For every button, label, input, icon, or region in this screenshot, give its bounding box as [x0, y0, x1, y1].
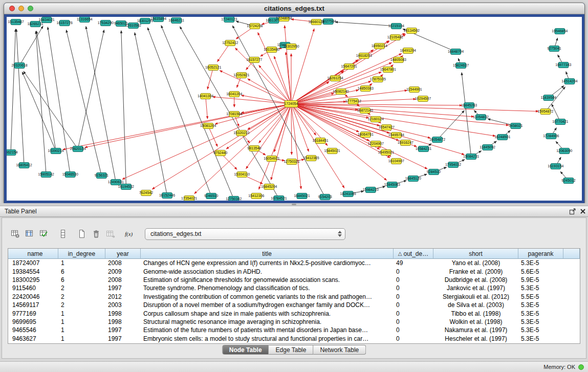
network-edge[interactable] [259, 104, 291, 189]
network-node[interactable]: 12750342 [226, 196, 242, 201]
table-row[interactable]: 946362711997Embryonic stem cells: a mode… [8, 335, 580, 343]
network-node[interactable]: 15184451 [312, 138, 328, 144]
column-header-short[interactable]: short [433, 249, 518, 259]
network-node[interactable]: 16845021 [294, 193, 310, 199]
table-row[interactable]: 1872400712008Changes of HCN gene express… [8, 259, 580, 267]
column-header-out-degree[interactable]: △ out_de… [394, 249, 433, 259]
network-node[interactable]: 10770421 [552, 119, 568, 125]
network-edge[interactable] [194, 104, 291, 193]
network-node[interactable]: 15954872 [537, 109, 553, 115]
network-node[interactable]: 15905142 [38, 172, 54, 178]
network-edge[interactable] [161, 26, 234, 199]
network-edge[interactable] [36, 31, 46, 174]
network-node[interactable]: 16052121 [205, 65, 221, 71]
network-node[interactable]: 9245012 [561, 178, 575, 184]
network-edge[interactable] [147, 28, 211, 196]
network-node[interactable]: 16152446 [159, 193, 175, 199]
network-node[interactable]: 9154203 [318, 194, 332, 200]
network-edge[interactable] [207, 68, 213, 89]
network-node[interactable]: 11054832 [473, 115, 489, 120]
network-edge[interactable] [86, 27, 116, 182]
network-node[interactable]: 18660128 [308, 19, 324, 25]
network-edge[interactable] [291, 104, 292, 155]
network-node[interactable]: 16157277 [246, 57, 262, 63]
network-node[interactable]: 16491204 [400, 48, 416, 54]
table-row[interactable]: 969969511998Structural magnetic resonanc… [8, 318, 580, 326]
network-edge[interactable] [16, 29, 24, 165]
network-node[interactable]: 17240123 [221, 17, 237, 23]
network-edge[interactable] [24, 71, 78, 149]
network-node[interactable]: 12215104 [388, 24, 404, 29]
network-node[interactable]: 10547427 [379, 125, 395, 130]
network-node[interactable]: 16848704 [448, 49, 464, 55]
network-node[interactable]: 12160124 [368, 117, 384, 122]
network-node[interactable]: 11544901 [406, 87, 422, 93]
network-node[interactable]: 16054872 [429, 137, 445, 143]
tab-edge-table[interactable]: Edge Table [269, 345, 314, 355]
split-pane-grip[interactable] [292, 204, 296, 205]
network-node[interactable]: 15495784 [388, 133, 404, 138]
network-edge[interactable] [66, 30, 101, 176]
network-node[interactable]: 17354021 [181, 196, 197, 201]
table-row[interactable]: 1456911722003Disruption of a novel membe… [8, 301, 580, 309]
new-table-icon[interactable] [75, 227, 89, 241]
network-node[interactable]: 17775412 [345, 99, 361, 104]
network-node[interactable]: 18265231 [28, 21, 43, 27]
minimize-window-button[interactable] [18, 6, 24, 11]
table-select-dropdown[interactable]: citations_edges.txt [145, 228, 345, 240]
network-node[interactable]: 10784521 [271, 196, 287, 201]
column-header-pagerank[interactable]: pagerank [518, 249, 563, 259]
network-node[interactable]: 16845263 [461, 103, 477, 108]
column-header-name[interactable]: name [8, 249, 58, 259]
table-row[interactable]: 1938455462009Genome-wide association stu… [8, 267, 580, 275]
network-edge[interactable] [23, 72, 56, 151]
network-node[interactable]: 16041204 [226, 92, 242, 97]
network-node[interactable]: 16104907 [388, 159, 404, 164]
network-node[interactable]: 9275041 [547, 46, 561, 52]
network-edge[interactable] [232, 26, 325, 197]
network-node[interactable]: 9458021 [509, 123, 522, 129]
network-node[interactable]: 12845063 [384, 182, 400, 188]
network-node[interactable]: 15495021 [378, 150, 394, 156]
network-node[interactable]: 16845120 [405, 176, 421, 182]
table-row[interactable]: 1830029562008Estimation of significance … [8, 276, 580, 284]
network-node[interactable]: 9862154 [7, 150, 18, 156]
edit-table-icon[interactable] [37, 227, 51, 241]
network-edge[interactable] [78, 30, 104, 149]
column-header-year[interactable]: year [105, 249, 141, 259]
network-edge[interactable] [291, 104, 495, 136]
network-edge[interactable] [152, 104, 291, 189]
network-node[interactable]: 9813540 [247, 146, 261, 151]
column-header-title[interactable]: title [141, 249, 394, 259]
network-node[interactable]: 17081504 [226, 112, 242, 117]
table-row[interactable]: 946554611997Estimation of the future num… [8, 326, 580, 334]
network-node[interactable]: 15724208 [247, 24, 263, 29]
network-window-titlebar[interactable]: citations_edges.txt [4, 3, 584, 14]
delete-table-icon[interactable] [89, 227, 103, 241]
network-node[interactable]: 11839584 [541, 95, 557, 101]
network-canvas-container[interactable]: 1513548718265231108340211615727611316654… [7, 17, 582, 201]
network-node[interactable]: 12052821 [233, 73, 249, 78]
network-node[interactable]: 15412365 [303, 156, 319, 161]
network-node[interactable]: 12063090 [556, 148, 572, 154]
network-node[interactable]: 15984210 [363, 187, 379, 193]
network-node[interactable]: 15046530 [62, 172, 78, 178]
network-edge[interactable] [135, 33, 167, 195]
network-edge[interactable] [213, 97, 291, 104]
network-node[interactable]: 16977343 [555, 62, 571, 68]
network-node[interactable]: 9752440 [213, 150, 227, 156]
network-edge[interactable] [291, 62, 391, 104]
network-node[interactable]: 15135487 [8, 19, 24, 25]
network-edge[interactable] [11, 29, 15, 152]
function-builder-icon[interactable]: f(x) [122, 227, 137, 241]
network-edge[interactable] [335, 22, 396, 26]
network-edge[interactable] [259, 65, 291, 104]
network-hub-node[interactable]: 1724054 [284, 101, 298, 107]
network-node[interactable]: 14850383 [358, 86, 374, 92]
column-header-in-degree[interactable]: in_degree [58, 249, 105, 259]
network-node[interactable]: 16157276 [57, 20, 73, 26]
network-node[interactable]: 15082140 [333, 89, 349, 95]
columns-icon[interactable] [23, 227, 37, 241]
tab-network-table[interactable]: Network Table [313, 345, 366, 355]
network-edge[interactable] [291, 104, 316, 135]
